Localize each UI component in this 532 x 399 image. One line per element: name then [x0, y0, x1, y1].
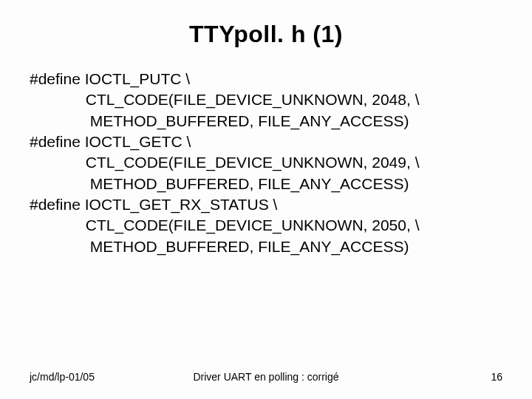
- code-line: CTL_CODE(FILE_DEVICE_UNKNOWN, 2050, \: [30, 215, 502, 236]
- page-number: 16: [491, 371, 502, 383]
- code-block: #define IOCTL_PUTC \ CTL_CODE(FILE_DEVIC…: [30, 69, 502, 257]
- slide-title: TTYpoll. h (1): [30, 21, 502, 48]
- footer: jc/md/lp-01/05 Driver UART en polling : …: [30, 371, 502, 383]
- code-line: METHOD_BUFFERED, FILE_ANY_ACCESS): [30, 111, 502, 132]
- code-line: #define IOCTL_PUTC \: [30, 69, 502, 89]
- code-line: METHOD_BUFFERED, FILE_ANY_ACCESS): [30, 174, 502, 194]
- code-line: METHOD_BUFFERED, FILE_ANY_ACCESS): [30, 236, 502, 257]
- code-line: CTL_CODE(FILE_DEVICE_UNKNOWN, 2049, \: [30, 152, 502, 173]
- slide: TTYpoll. h (1) #define IOCTL_PUTC \ CTL_…: [0, 0, 532, 399]
- code-line: #define IOCTL_GETC \: [30, 132, 502, 152]
- footer-center: Driver UART en polling : corrigé: [30, 371, 502, 383]
- code-line: CTL_CODE(FILE_DEVICE_UNKNOWN, 2048, \: [30, 89, 502, 110]
- code-line: #define IOCTL_GET_RX_STATUS \: [30, 194, 502, 215]
